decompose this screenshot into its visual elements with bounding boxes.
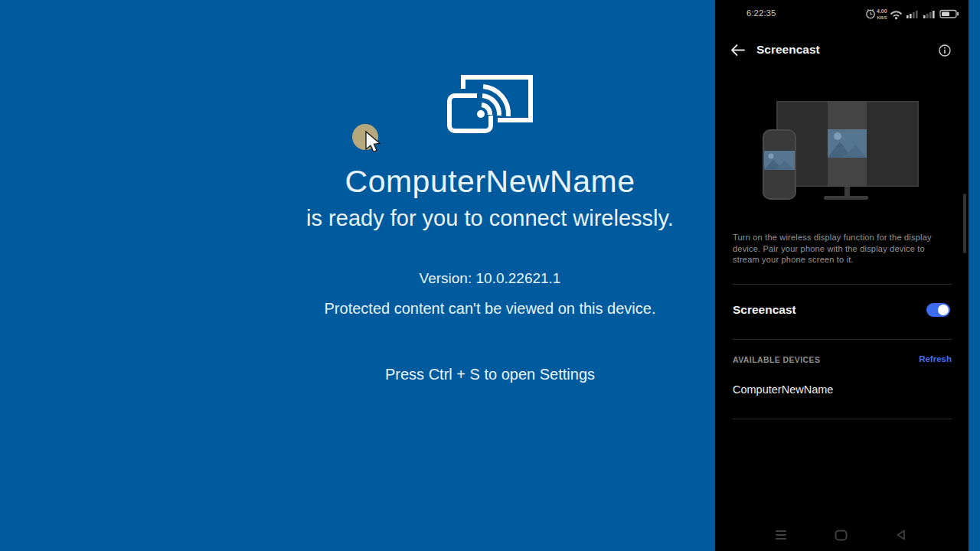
alarm-icon [867, 9, 874, 18]
screencast-description: Turn on the wireless display function fo… [733, 232, 953, 266]
wifi-icon [891, 11, 902, 19]
home-icon[interactable] [835, 530, 848, 541]
back-nav-icon[interactable] [896, 530, 906, 540]
monitor-image [828, 129, 867, 158]
phone-screencast-panel: 6:22:35 4.00 KB/S [715, 0, 969, 551]
mouse-pointer-icon [360, 126, 383, 152]
refresh-link[interactable]: Refresh [919, 354, 952, 364]
menu-icon[interactable] [776, 530, 786, 540]
toggle-knob [938, 305, 949, 315]
divider [733, 339, 952, 340]
screencast-toggle-label: Screencast [733, 303, 796, 317]
screen: ComputerNewName is ready for you to conn… [0, 0, 980, 551]
monitor-base [824, 196, 868, 200]
phone-illustration [763, 129, 796, 200]
scrollbar[interactable] [963, 194, 966, 253]
divider [733, 419, 952, 419]
signal-bars-icon [906, 11, 918, 18]
available-devices-heading: AVAILABLE DEVICES [733, 355, 820, 364]
battery-icon [940, 11, 959, 18]
page-title: Screencast [756, 43, 820, 57]
divider [733, 284, 952, 285]
cast-icon [446, 74, 534, 137]
phone-image [764, 151, 795, 170]
signal-bars-icon [923, 11, 935, 18]
monitor-stand [844, 187, 850, 196]
svg-text:KB/S: KB/S [877, 15, 887, 20]
status-time: 6:22:35 [746, 8, 776, 18]
network-speed: 4.00 KB/S [877, 8, 887, 20]
screencast-toggle[interactable] [926, 303, 950, 317]
info-icon[interactable] [939, 44, 951, 57]
device-list-item[interactable]: ComputerNewName [733, 383, 833, 396]
back-arrow-icon[interactable] [730, 44, 746, 57]
svg-text:4.00: 4.00 [877, 8, 887, 14]
status-icons: 4.00 KB/S [865, 7, 962, 21]
